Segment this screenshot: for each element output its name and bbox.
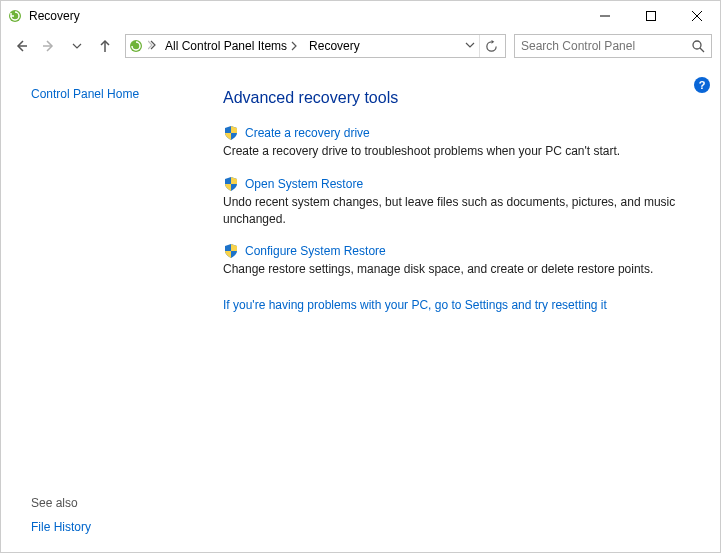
help-button[interactable]: ? (694, 77, 710, 93)
control-panel-home-link[interactable]: Control Panel Home (31, 87, 201, 101)
overflow-chevron-icon[interactable] (148, 39, 158, 53)
window-controls (582, 1, 720, 31)
open-system-restore-link[interactable]: Open System Restore (245, 177, 363, 191)
uac-shield-icon (223, 176, 239, 192)
configure-system-restore-link[interactable]: Configure System Restore (245, 244, 386, 258)
tool-description: Change restore settings, manage disk spa… (223, 261, 686, 278)
close-button[interactable] (674, 1, 720, 31)
search-icon (691, 39, 705, 53)
tool-item-configure-system-restore: Configure System Restore Change restore … (223, 243, 686, 278)
breadcrumb-label: All Control Panel Items (165, 39, 287, 53)
svg-point-9 (693, 41, 701, 49)
recovery-app-icon (7, 8, 23, 24)
tool-item-create-recovery-drive: Create a recovery drive Create a recover… (223, 125, 686, 160)
titlebar: Recovery (1, 1, 720, 31)
tool-description: Create a recovery drive to troubleshoot … (223, 143, 686, 160)
navbar: All Control Panel Items Recovery (1, 31, 720, 61)
uac-shield-icon (223, 125, 239, 141)
sidebar: Control Panel Home See also File History (1, 63, 201, 552)
chevron-right-icon (289, 41, 299, 51)
up-button[interactable] (93, 34, 117, 58)
main-panel: ? Advanced recovery tools Create a recov… (201, 63, 720, 552)
reset-pc-suggestion: If you're having problems with your PC, … (223, 298, 686, 312)
window-title: Recovery (29, 9, 80, 23)
create-recovery-drive-link[interactable]: Create a recovery drive (245, 126, 370, 140)
breadcrumb-segment-2[interactable]: Recovery (306, 35, 363, 57)
maximize-button[interactable] (628, 1, 674, 31)
reset-pc-link[interactable]: If you're having problems with your PC, … (223, 298, 607, 312)
recent-locations-dropdown[interactable] (65, 34, 89, 58)
page-heading: Advanced recovery tools (223, 89, 686, 107)
svg-rect-2 (647, 12, 656, 21)
minimize-button[interactable] (582, 1, 628, 31)
tool-item-open-system-restore: Open System Restore Undo recent system c… (223, 176, 686, 228)
addressbar[interactable]: All Control Panel Items Recovery (125, 34, 506, 58)
location-icon (128, 38, 144, 54)
breadcrumb-segment-1[interactable]: All Control Panel Items (162, 35, 302, 57)
searchbox[interactable] (514, 34, 712, 58)
forward-button[interactable] (37, 34, 61, 58)
see-also-heading: See also (31, 496, 201, 510)
uac-shield-icon (223, 243, 239, 259)
refresh-button[interactable] (479, 35, 503, 57)
see-also-section: See also File History (31, 496, 201, 552)
content-area: Control Panel Home See also File History… (1, 63, 720, 552)
file-history-link[interactable]: File History (31, 520, 91, 534)
addressbar-dropdown-icon[interactable] (465, 39, 475, 53)
back-button[interactable] (9, 34, 33, 58)
search-input[interactable] (521, 39, 691, 53)
breadcrumb-label: Recovery (309, 39, 360, 53)
svg-line-10 (700, 48, 704, 52)
tool-description: Undo recent system changes, but leave fi… (223, 194, 686, 228)
